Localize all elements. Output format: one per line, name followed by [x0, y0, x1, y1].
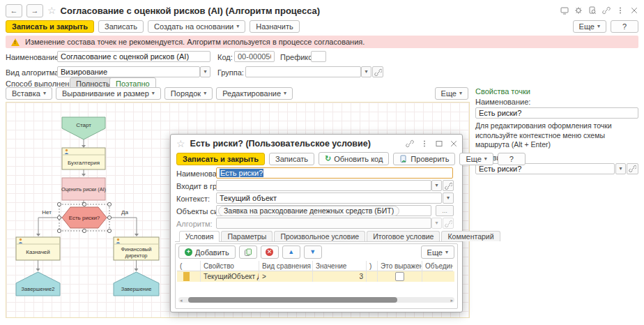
dlg-algorithm-dropdown-button[interactable]: ▾ [431, 218, 442, 229]
order-menu-button[interactable]: Порядок▾ [164, 87, 213, 100]
system-object-pill[interactable]: Заявка на расходование денежных средств … [218, 206, 399, 216]
node-end2-label: Завершение2 [22, 286, 55, 292]
dialog-more-button[interactable]: Еще▾ [459, 153, 493, 165]
maximize-icon[interactable] [435, 139, 443, 148]
node-condition[interactable]: Есть риски? [57, 202, 111, 232]
gear-icon[interactable] [574, 6, 583, 15]
close-icon[interactable] [630, 6, 638, 15]
save-button[interactable]: Записать [98, 20, 144, 33]
chevron-down-icon: ▾ [435, 220, 438, 226]
check-button[interactable]: Проверить [393, 153, 455, 165]
copy-row-button[interactable] [239, 245, 257, 259]
canvas-more-button[interactable]: Еще▾ [435, 87, 468, 100]
node-start[interactable]: Старт [62, 117, 105, 139]
tab-comment[interactable]: Комментарий [441, 231, 500, 241]
col-close-paren[interactable]: ) [367, 261, 378, 271]
group-link-button[interactable] [372, 66, 383, 77]
tab-final-condition[interactable]: Итоговое условие [367, 231, 440, 241]
chevron-down-icon: ▾ [204, 69, 206, 75]
app-window: ← → ☆ Согласование с оценкой рисков (AI)… [0, 0, 644, 325]
table-row[interactable]: ТекущийОбъект Доп... > 3 [177, 271, 454, 282]
move-down-button[interactable]: ▼ [304, 245, 322, 259]
favorite-star-icon[interactable]: ☆ [47, 5, 56, 16]
col-property[interactable]: Свойство [201, 261, 259, 271]
dlg-context-input[interactable] [216, 192, 442, 204]
help-button[interactable]: ? [611, 20, 638, 33]
table-more-button[interactable]: Еще▾ [421, 245, 454, 259]
dlg-objects-select-button[interactable]: ... [436, 205, 454, 216]
node-financial-director-label-1: Финансовый [121, 246, 152, 252]
add-row-label: Добавить [195, 248, 229, 257]
delete-row-button[interactable]: ✕ [261, 245, 279, 259]
col-union[interactable]: Объединение с [422, 261, 453, 271]
node-financial-director[interactable]: Финансовый директор [114, 237, 159, 260]
node-end2[interactable]: Завершение2 [16, 272, 60, 296]
group-input[interactable] [245, 66, 361, 77]
tab-conditions[interactable]: Условия [179, 231, 220, 242]
node-end[interactable]: Завершение [114, 272, 159, 296]
dialog-help-button[interactable]: ? [498, 153, 526, 165]
dlg-group-link-button[interactable] [443, 180, 454, 191]
dlg-algorithm-input[interactable] [216, 218, 431, 229]
group-dropdown-button[interactable]: ▾ [361, 66, 371, 77]
formatting-hint: Для редактирования оформления точки испо… [475, 121, 638, 150]
cell-value: 3 [313, 271, 367, 282]
monitor-icon[interactable] [560, 6, 569, 15]
col-value[interactable]: Значение [313, 261, 367, 271]
dlg-context-dropdown-button[interactable]: ▾ [443, 192, 454, 204]
create-based-on-button[interactable]: Создать на основании▾ [148, 20, 245, 33]
tab-custom-condition[interactable]: Произвольное условие [274, 231, 365, 241]
align-size-menu-button[interactable]: Выравнивание и размер▾ [56, 87, 161, 100]
dialog-save-and-close-button[interactable]: Записать и закрыть [176, 153, 265, 165]
assign-button[interactable]: Назначить [250, 20, 300, 33]
scroll-left-icon[interactable]: ◂ [178, 298, 184, 303]
forward-button[interactable]: → [26, 4, 43, 17]
edge-label-yes: Да [121, 209, 128, 216]
dialog-title-bar: ☆ Есть риски? (Пользовательское условие) [176, 137, 458, 150]
move-up-button[interactable]: ▲ [282, 245, 300, 259]
dlg-group-dropdown-button[interactable]: ▾ [431, 180, 442, 191]
editing-menu-button[interactable]: Редактирование▾ [216, 87, 293, 100]
horizontal-scrollbar[interactable]: ◂ ▸ [178, 297, 454, 303]
node-treasurer[interactable]: Казначей [16, 237, 60, 260]
prefix-input[interactable] [311, 51, 326, 62]
node-assess-risks-label: Оценить риски (AI) [61, 186, 106, 192]
dlg-algorithm-link-button[interactable] [443, 218, 454, 229]
insert-menu-button[interactable]: Вставка▾ [6, 87, 52, 100]
favorite-star-icon[interactable]: ☆ [176, 138, 185, 149]
col-open-paren[interactable]: ( [177, 261, 201, 271]
algorithm-kind-dropdown-button[interactable]: ▾ [200, 66, 210, 77]
dialog-save-button[interactable]: Записать [269, 153, 314, 165]
code-input[interactable] [234, 51, 275, 62]
scrollbar-thumb[interactable] [188, 297, 397, 303]
col-comparison[interactable]: Вид сравнения [259, 261, 313, 271]
tab-parameters[interactable]: Параметры [221, 231, 273, 241]
search-document-icon[interactable] [588, 6, 597, 15]
more-button[interactable]: Еще▾ [573, 20, 606, 33]
link-icon[interactable] [406, 139, 414, 148]
kebab-menu-icon[interactable] [420, 139, 429, 148]
name-input[interactable] [57, 51, 210, 62]
dlg-name-input[interactable]: Есть риски? [216, 167, 453, 179]
dlg-objects-field[interactable]: Заявка на расходование денежных средств … [216, 205, 431, 216]
condition-link-button[interactable] [627, 163, 638, 174]
node-assess-risks[interactable]: Оценить риски (AI) [61, 178, 106, 200]
close-icon[interactable] [450, 139, 458, 148]
kebab-menu-icon[interactable] [616, 6, 624, 15]
chevron-down-icon: ▾ [447, 195, 450, 201]
point-name-input[interactable] [475, 107, 638, 119]
back-button[interactable]: ← [6, 4, 22, 17]
expression-checkbox[interactable] [395, 272, 404, 281]
col-is-expression[interactable]: Это выражение [378, 261, 422, 271]
save-and-close-button[interactable]: Записать и закрыть [6, 20, 94, 33]
link-icon [445, 220, 452, 227]
node-accounting[interactable]: Бухгалтерия [62, 148, 105, 169]
update-code-button[interactable]: ↻Обновить код [319, 152, 389, 165]
dlg-group-input[interactable] [216, 180, 431, 191]
algorithm-kind-input[interactable] [57, 66, 200, 77]
link-icon[interactable] [602, 6, 611, 15]
command-bar: Записать и закрыть Записать Создать на о… [6, 20, 638, 33]
add-row-button[interactable]: +Добавить [178, 245, 236, 259]
scroll-right-icon[interactable]: ▸ [449, 298, 454, 303]
condition-dropdown-button[interactable]: ▾ [615, 163, 626, 174]
